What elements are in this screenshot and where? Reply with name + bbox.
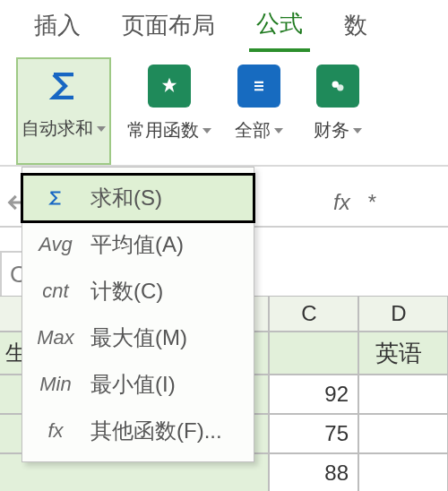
menu-item-max[interactable]: Max 最大值(M): [22, 314, 254, 361]
menu-item-label: 平均值(A): [90, 230, 184, 259]
menu-item-label: 其他函数(F)...: [90, 417, 222, 445]
header-cell-english[interactable]: 英语: [358, 332, 448, 375]
finance-icon: [306, 57, 369, 115]
sigma-icon: [32, 59, 95, 113]
cell[interactable]: [358, 453, 448, 491]
max-icon: Max: [35, 326, 76, 349]
column-header-d[interactable]: D: [358, 296, 448, 332]
menu-item-min[interactable]: Min 最小值(I): [22, 361, 254, 408]
chevron-down-icon: [202, 128, 211, 134]
ribbon-all[interactable]: 全部: [228, 57, 290, 165]
cell[interactable]: 75: [269, 414, 358, 453]
menu-item-label: 求和(S): [90, 184, 162, 212]
ribbon-tabs: 插入 页面布局 公式 数: [0, 0, 448, 50]
autosum-menu: 求和(S) Avg 平均值(A) cnt 计数(C) Max 最大值(M) Mi…: [22, 167, 254, 462]
fx-icon: fx: [35, 419, 76, 443]
list-icon: [228, 57, 290, 115]
count-icon: cnt: [35, 280, 76, 303]
ribbon-all-label: 全部: [235, 118, 271, 142]
star-icon: [138, 57, 201, 115]
tab-insert[interactable]: 插入: [27, 1, 88, 50]
menu-item-other-functions[interactable]: fx 其他函数(F)...: [22, 408, 254, 454]
ribbon-common-functions[interactable]: 常用函数: [127, 57, 211, 165]
tab-page-layout[interactable]: 页面布局: [115, 1, 222, 50]
ribbon-autosum[interactable]: 自动求和: [16, 57, 111, 165]
tab-data[interactable]: 数: [337, 1, 375, 50]
chevron-down-icon: [353, 128, 362, 134]
cell[interactable]: [358, 375, 448, 414]
menu-item-count[interactable]: cnt 计数(C): [22, 268, 254, 314]
chevron-down-icon: [274, 128, 283, 134]
svg-point-1: [337, 84, 343, 90]
fx-star: *: [368, 190, 376, 215]
sigma-icon: [35, 188, 76, 208]
tab-formula[interactable]: 公式: [249, 0, 310, 52]
ribbon-finance-label: 财务: [314, 118, 349, 142]
menu-item-sum[interactable]: 求和(S): [22, 175, 254, 221]
menu-item-average[interactable]: Avg 平均值(A): [22, 221, 254, 268]
chevron-down-icon: [97, 126, 106, 132]
avg-icon: Avg: [35, 233, 76, 256]
column-header-c[interactable]: C: [269, 296, 358, 332]
min-icon: Min: [35, 373, 76, 396]
fx-label[interactable]: fx: [333, 190, 350, 215]
menu-item-label: 最小值(I): [90, 370, 176, 399]
ribbon: 自动求和 常用函数 全部 财: [0, 50, 448, 167]
menu-item-label: 最大值(M): [90, 323, 187, 352]
cell[interactable]: [358, 414, 448, 453]
cell[interactable]: 88: [269, 453, 358, 491]
ribbon-common-label: 常用函数: [127, 118, 199, 142]
ribbon-finance[interactable]: 财务: [306, 57, 369, 165]
ribbon-autosum-label: 自动求和: [22, 116, 93, 141]
cell[interactable]: 92: [269, 375, 358, 414]
menu-item-label: 计数(C): [90, 277, 163, 306]
